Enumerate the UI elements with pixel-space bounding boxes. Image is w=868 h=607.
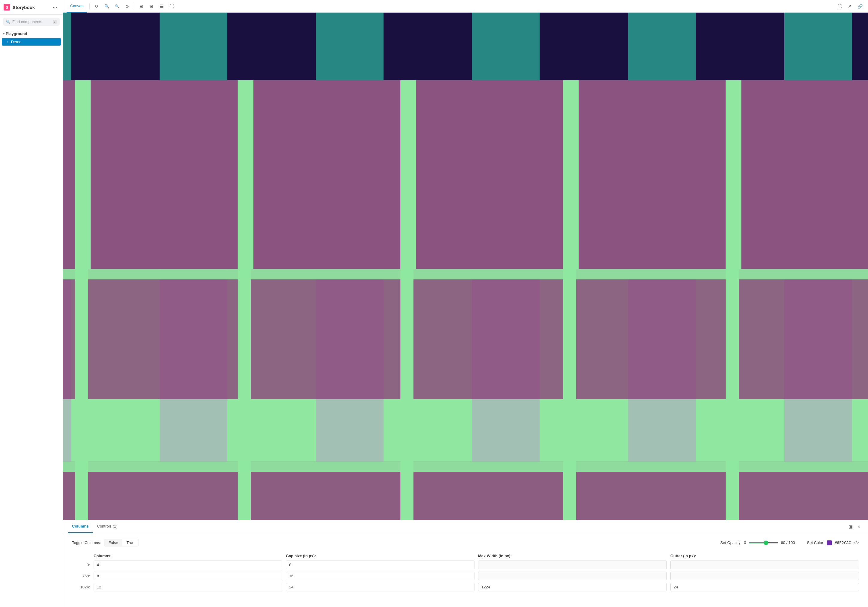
color-hex-value: #6F2CAC [834,540,851,545]
sidebar: S Storybook ··· 🔍 Find components / ▾ Pl… [0,0,63,607]
table-row: 768: [72,571,859,580]
zoom-reset-icon: ⊘ [126,4,129,9]
zoom-in-button[interactable]: 🔍 [102,2,111,11]
svg-rect-17 [739,81,868,269]
grid-view2-button[interactable]: ⊟ [147,2,156,11]
nav-group-label: Playground [6,31,27,36]
svg-rect-14 [251,81,400,269]
controls-row: Toggle Columns: False True Set Opacity: … [72,539,859,547]
external-link-button[interactable]: ↗ [845,2,854,11]
svg-rect-40 [413,269,563,399]
bottom-panel: Columns Controls (1) ▣ ✕ Toggle Columns:… [63,520,868,607]
columns-input-768[interactable] [94,571,282,580]
gap-input-1024[interactable] [286,583,474,592]
panel-close-button[interactable]: ✕ [855,522,863,531]
toggle-false-button[interactable]: False [104,539,122,546]
gap-input-0[interactable] [286,561,474,569]
layout-icon: ▣ [849,524,853,529]
svg-rect-42 [739,269,868,399]
external-link-icon: ↗ [848,4,851,9]
gap-input-768[interactable] [286,571,474,580]
nav-group-playground[interactable]: ▾ Playground [0,30,63,37]
columns-input-0[interactable] [94,561,282,569]
search-box[interactable]: 🔍 Find components / [3,18,60,26]
maxwidth-input-1024[interactable] [478,583,667,592]
expand-view-button[interactable]: ⛶ [167,2,176,11]
panel-body: Toggle Columns: False True Set Opacity: … [63,533,868,600]
chevron-down-icon: ▾ [3,32,5,36]
toolbar-right: ⛶ ↗ 🔗 [835,2,864,11]
grid-view-button[interactable]: ⊞ [137,2,146,11]
list-icon: ☰ [160,4,164,9]
tab-canvas[interactable]: Canvas [67,0,87,12]
sidebar-logo: S Storybook [4,4,35,11]
refresh-icon: ↺ [95,4,98,9]
grid-table-header: Columns: Gap size (in px): Max Width (in… [72,554,859,558]
grid-table: Columns: Gap size (in px): Max Width (in… [72,554,859,592]
svg-rect-12 [63,81,75,269]
panel-layout-icon-button[interactable]: ▣ [846,522,855,531]
search-icon: 🔍 [6,20,11,24]
nav-section: ▾ Playground □ Demo [0,29,63,47]
storybook-logo-icon: S [4,4,10,11]
maxwidth-input-0[interactable] [478,561,667,569]
svg-rect-8 [784,12,852,81]
canvas-area [63,12,868,520]
svg-rect-3 [63,12,71,81]
svg-rect-5 [316,12,384,81]
main-content: Canvas ↺ 🔍 🔍 ⊘ ⊞ ⊟ ☰ ⛶ ⛶ [63,0,868,607]
color-code-icon[interactable]: </> [853,540,859,545]
refresh-button[interactable]: ↺ [92,2,101,11]
sidebar-item-demo[interactable]: □ Demo [2,38,61,46]
svg-rect-13 [88,81,238,269]
gutter-input-768[interactable] [670,571,859,580]
sidebar-item-label: Demo [11,40,22,44]
search-shortcut-badge: / [53,20,57,24]
opacity-label: Set Opacity: [721,540,742,545]
svg-rect-39 [251,269,400,399]
opacity-slider[interactable] [749,542,779,544]
header-columns: Columns: [94,554,282,558]
list-view-button[interactable]: ☰ [157,2,166,11]
opacity-min: 0 [744,540,746,545]
header-maxwidth: Max Width (in px): [478,554,667,558]
zoom-reset-button[interactable]: ⊘ [122,2,132,11]
toggle-true-button[interactable]: True [122,539,139,546]
opacity-control: Set Opacity: 0 60 / 100 [721,540,795,545]
sidebar-menu-button[interactable]: ··· [51,3,59,11]
gutter-input-0[interactable] [670,561,859,569]
panel-tabs: Columns Controls (1) ▣ ✕ [63,520,868,533]
zoom-out-icon: 🔍 [115,4,119,8]
toggle-group: False True [104,539,139,547]
tab-columns[interactable]: Columns [68,520,93,533]
canvas-visualization [63,12,868,520]
logo-text: Storybook [12,5,35,10]
svg-rect-4 [160,12,227,81]
component-icon: □ [7,40,9,44]
breakpoint-label-0: 0: [72,563,90,567]
header-gutter: Gutter (in px): [670,554,859,558]
svg-rect-54 [63,269,868,280]
table-row: 1024: [72,583,859,592]
set-color-label: Set Color: [807,540,825,545]
svg-rect-16 [576,81,726,269]
maxwidth-input-768[interactable] [478,571,667,580]
svg-rect-38 [88,269,238,399]
grid2-icon: ⊟ [150,4,153,9]
svg-rect-6 [472,12,540,81]
color-swatch[interactable] [827,540,832,545]
zoom-in-icon: 🔍 [104,4,110,9]
expand-icon: ⛶ [170,4,174,9]
close-icon: ✕ [857,524,861,529]
copy-link-button[interactable]: 🔗 [856,2,864,11]
toolbar: Canvas ↺ 🔍 🔍 ⊘ ⊞ ⊟ ☰ ⛶ ⛶ [63,0,868,12]
sidebar-header: S Storybook ··· [0,0,63,15]
fullscreen-button[interactable]: ⛶ [835,2,844,11]
columns-input-1024[interactable] [94,583,282,592]
opacity-display: 60 / 100 [781,540,795,545]
zoom-out-button[interactable]: 🔍 [113,2,121,11]
tab-controls[interactable]: Controls (1) [93,520,122,533]
fullscreen-icon: ⛶ [837,4,842,9]
gutter-input-1024[interactable] [670,583,859,592]
toggle-columns-group: Toggle Columns: False True [72,539,139,547]
